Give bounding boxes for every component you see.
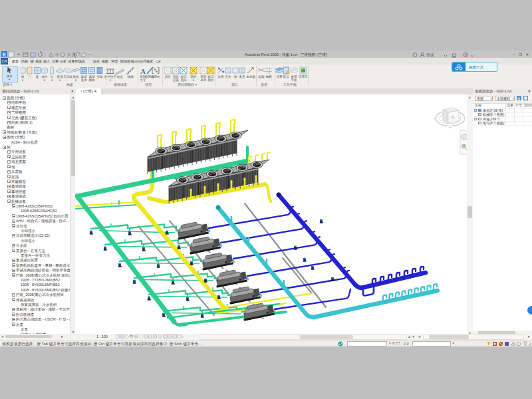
svg-text:A: A: [140, 67, 146, 75]
svg-text:R: R: [3, 52, 7, 58]
svg-text:前: 前: [450, 115, 455, 119]
svg-text::0: :0: [529, 342, 531, 346]
svg-text:登录: 登录: [426, 53, 434, 58]
svg-text:‹: ‹: [182, 335, 184, 338]
